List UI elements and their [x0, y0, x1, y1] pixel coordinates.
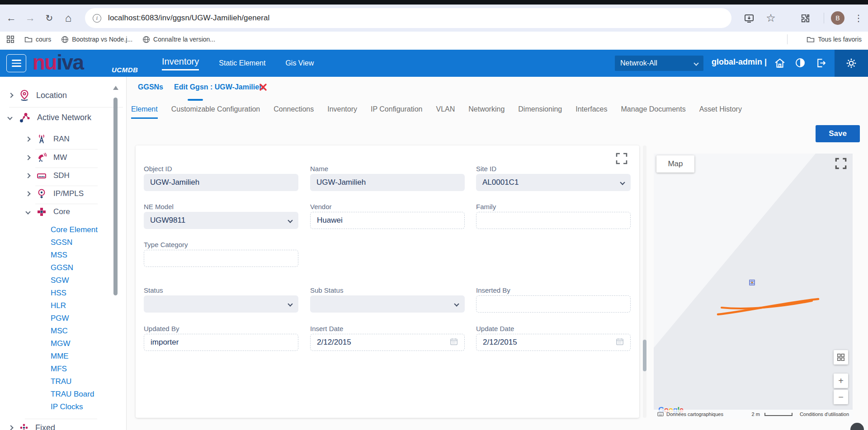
name-input[interactable]: UGW-Jamilieh: [310, 174, 465, 191]
bookmark-bootstrap[interactable]: Bootstrap vs Node.j...: [61, 36, 132, 43]
sidebar-link-pgw[interactable]: PGW: [51, 314, 69, 323]
map-terms-link[interactable]: Conditions d'utilisation: [800, 411, 849, 417]
updated-by-input[interactable]: importer: [144, 334, 298, 351]
tab-ggsns[interactable]: GGSNs: [138, 83, 163, 91]
zoom-in-button[interactable]: +: [834, 374, 848, 388]
vendor-input[interactable]: Huawei: [310, 212, 465, 229]
sidebar-item-location[interactable]: Location: [9, 89, 67, 101]
inserted-by-input[interactable]: [476, 295, 631, 313]
sidebar-item-sdh[interactable]: SDH: [26, 170, 70, 181]
install-app-icon[interactable]: [741, 5, 757, 32]
status-select[interactable]: [144, 295, 298, 313]
type-category-input[interactable]: [144, 250, 298, 267]
sidebar-link-sgsn[interactable]: SGSN: [51, 238, 72, 247]
sidebar-link-hss[interactable]: HSS: [51, 289, 66, 298]
home-icon[interactable]: [774, 57, 786, 69]
sidebar-item-ip-mpls[interactable]: IP/MPLS: [26, 188, 84, 199]
bookmark-label: cours: [36, 36, 51, 43]
hamburger-menu-button[interactable]: [6, 54, 26, 72]
sub-status-select[interactable]: [310, 295, 465, 313]
nav-gis-view[interactable]: Gis View: [285, 59, 314, 67]
bookmark-star-icon[interactable]: ☆: [763, 5, 778, 32]
back-button[interactable]: ←: [4, 5, 19, 32]
sidebar-link-core-element[interactable]: Core Element: [51, 225, 98, 234]
browser-profile-avatar[interactable]: B: [831, 11, 844, 25]
ne-model-select[interactable]: UGW9811: [144, 212, 298, 229]
map-fullscreen-icon[interactable]: [834, 157, 848, 170]
tab-dimensioning[interactable]: Dimensioning: [518, 105, 562, 119]
logout-icon[interactable]: [816, 57, 827, 69]
bookmark-connaitre[interactable]: Connaître la version...: [142, 36, 215, 43]
tab-networking[interactable]: Networking: [468, 105, 505, 119]
sidebar-link-trau[interactable]: TRAU: [51, 377, 71, 386]
zoom-out-button[interactable]: −: [834, 390, 848, 404]
tab-inventory[interactable]: Inventory: [327, 105, 357, 119]
sidebar-item-ran[interactable]: RAN: [26, 134, 70, 145]
forward-button[interactable]: →: [23, 5, 38, 32]
update-date-input[interactable]: 2/12/2015: [476, 334, 631, 351]
chevron-right-icon: [25, 155, 30, 160]
scrollbar-up-arrow[interactable]: [113, 86, 118, 90]
tab-vlan[interactable]: VLAN: [436, 105, 455, 119]
url-bar[interactable]: i localhost:6083/inv/ggsn/UGW-Jamilieh/g…: [85, 8, 731, 28]
sidebar-item-label: IP/MPLS: [53, 189, 84, 198]
sidebar-scrollbar[interactable]: [113, 98, 118, 295]
expand-fullscreen-icon[interactable]: [615, 152, 628, 165]
insert-date-input[interactable]: 2/12/2015: [310, 334, 465, 351]
sidebar-link-ip-clocks[interactable]: IP Clocks: [51, 402, 83, 411]
map-tiles-toggle-button[interactable]: [834, 350, 848, 365]
tab-customizable-configuration[interactable]: Customizable Configuration: [171, 105, 260, 119]
save-button[interactable]: Save: [816, 125, 860, 142]
close-tab-icon[interactable]: [259, 83, 268, 92]
field-inserted-by: Inserted By: [476, 286, 631, 313]
grid-squares-icon: [837, 353, 845, 361]
browser-menu-kebab-icon[interactable]: ⋮: [851, 5, 866, 32]
tab-interfaces[interactable]: Interfaces: [576, 105, 607, 119]
sidebar-item-core[interactable]: Core: [26, 206, 70, 217]
object-id-input[interactable]: UGW-Jamilieh: [144, 174, 298, 191]
home-button[interactable]: ⌂: [61, 5, 76, 32]
chevron-right-icon: [25, 191, 30, 196]
nav-static-element[interactable]: Static Element: [219, 59, 265, 67]
bookmark-folder-cours[interactable]: cours: [24, 36, 51, 43]
extensions-puzzle-icon[interactable]: [797, 5, 813, 32]
sidebar-link-sgw[interactable]: SGW: [51, 276, 69, 285]
contrast-icon[interactable]: [795, 57, 807, 69]
floating-action-button[interactable]: [850, 423, 864, 430]
site-info-icon[interactable]: i: [93, 14, 101, 23]
tab-manage-documents[interactable]: Manage Documents: [621, 105, 686, 119]
site-marker-icon[interactable]: [750, 280, 755, 285]
sidebar-item-fixed[interactable]: Fixed: [9, 423, 55, 430]
sidebar-item-mw[interactable]: MW: [26, 152, 67, 163]
card-scrollbar-thumb[interactable]: [643, 340, 646, 371]
reload-button[interactable]: ↻: [42, 5, 57, 32]
map-panel[interactable]: Map + − Google Données cartographiques 2…: [654, 154, 853, 419]
sidebar-link-ggsn[interactable]: GGSN: [51, 263, 73, 272]
all-bookmarks-button[interactable]: Tous les favoris: [807, 32, 862, 47]
sidebar-link-mme[interactable]: MME: [51, 352, 69, 361]
map-type-button[interactable]: Map: [656, 155, 694, 173]
sidebar-item-active-network[interactable]: Active Network: [8, 111, 91, 124]
bookmark-label: Connaître la version...: [153, 36, 215, 43]
sidebar-link-mfs[interactable]: MFS: [51, 365, 67, 374]
sidebar-link-mgw[interactable]: MGW: [51, 339, 70, 348]
apps-grid-icon[interactable]: [6, 35, 14, 43]
tab-element[interactable]: Element: [131, 105, 158, 119]
sidebar-link-trau-board[interactable]: TRAU Board: [51, 390, 94, 399]
tab-connections[interactable]: Connections: [274, 105, 314, 119]
field-type-category: Type Category: [144, 241, 298, 267]
tab-asset-history[interactable]: Asset History: [699, 105, 742, 119]
sidebar-link-mss[interactable]: MSS: [51, 251, 67, 260]
sidebar-link-hlr[interactable]: HLR: [51, 301, 66, 310]
nav-inventory[interactable]: Inventory: [162, 56, 199, 70]
network-select[interactable]: Netwrok-All: [615, 56, 703, 71]
card-scrollbar-track[interactable]: [643, 145, 646, 418]
family-input[interactable]: [476, 212, 631, 229]
tab-ip-configuration[interactable]: IP Configuration: [371, 105, 422, 119]
sidebar-link-msc[interactable]: MSC: [51, 327, 68, 336]
site-id-select[interactable]: AL0001C1: [476, 174, 631, 191]
sidebar-item-label: Core: [53, 207, 70, 216]
satellite-dish-icon: [36, 152, 47, 163]
tab-edit-ggsn[interactable]: Edit Ggsn : UGW-Jamilieh: [174, 83, 264, 91]
settings-gear-button[interactable]: [835, 50, 868, 77]
